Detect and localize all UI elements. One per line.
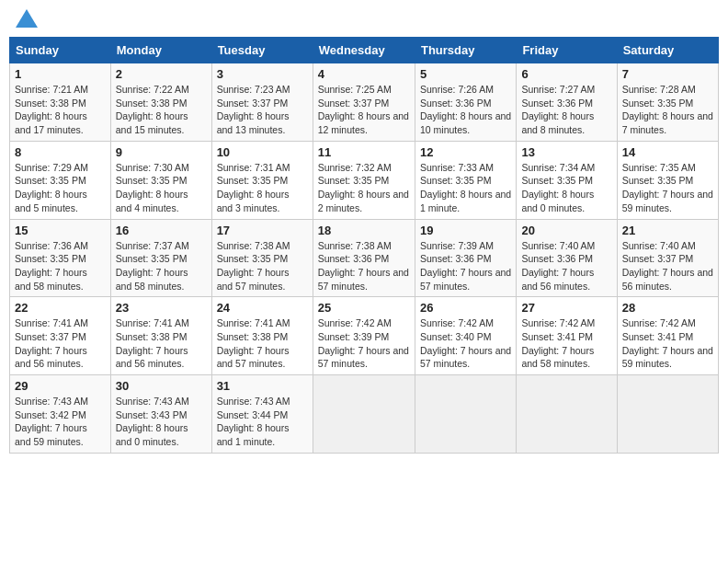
day-cell [617, 375, 718, 454]
day-number: 27 [521, 301, 611, 315]
day-info: Sunrise: 7:43 AMSunset: 3:44 PMDaylight:… [217, 395, 308, 449]
day-info: Sunrise: 7:27 AMSunset: 3:36 PMDaylight:… [521, 83, 611, 137]
day-number: 23 [116, 301, 207, 315]
week-row-1: 1Sunrise: 7:21 AMSunset: 3:38 PMDaylight… [10, 63, 719, 142]
day-cell: 14Sunrise: 7:35 AMSunset: 3:35 PMDayligh… [617, 141, 718, 219]
day-info: Sunrise: 7:41 AMSunset: 3:38 PMDaylight:… [217, 316, 308, 371]
day-info: Sunrise: 7:30 AMSunset: 3:35 PMDaylight:… [116, 161, 207, 215]
day-info: Sunrise: 7:33 AMSunset: 3:35 PMDaylight:… [420, 161, 511, 215]
day-cell: 6Sunrise: 7:27 AMSunset: 3:36 PMDaylight… [517, 63, 617, 142]
day-cell: 25Sunrise: 7:42 AMSunset: 3:39 PMDayligh… [313, 297, 415, 375]
day-info: Sunrise: 7:39 AMSunset: 3:36 PMDaylight:… [420, 239, 511, 293]
day-number: 29 [15, 379, 106, 393]
day-cell: 26Sunrise: 7:42 AMSunset: 3:40 PMDayligh… [415, 297, 516, 375]
day-cell: 3Sunrise: 7:23 AMSunset: 3:37 PMDaylight… [211, 63, 313, 142]
day-cell: 15Sunrise: 7:36 AMSunset: 3:35 PMDayligh… [10, 219, 111, 297]
day-info: Sunrise: 7:28 AMSunset: 3:35 PMDaylight:… [622, 83, 713, 137]
day-info: Sunrise: 7:40 AMSunset: 3:37 PMDaylight:… [622, 239, 713, 293]
day-number: 22 [15, 301, 106, 315]
day-info: Sunrise: 7:35 AMSunset: 3:35 PMDaylight:… [622, 161, 713, 215]
col-header-saturday: Saturday [617, 38, 718, 63]
svg-marker-0 [16, 9, 38, 28]
col-header-wednesday: Wednesday [313, 38, 415, 63]
day-number: 15 [15, 224, 106, 237]
day-cell: 10Sunrise: 7:31 AMSunset: 3:35 PMDayligh… [211, 141, 313, 219]
day-number: 18 [318, 224, 410, 237]
day-number: 25 [318, 301, 410, 315]
day-number: 28 [622, 301, 713, 315]
week-row-4: 22Sunrise: 7:41 AMSunset: 3:37 PMDayligh… [10, 297, 719, 375]
day-cell: 7Sunrise: 7:28 AMSunset: 3:35 PMDaylight… [617, 63, 718, 142]
day-info: Sunrise: 7:37 AMSunset: 3:35 PMDaylight:… [116, 239, 207, 293]
day-number: 8 [15, 145, 106, 159]
day-number: 10 [217, 145, 308, 159]
day-info: Sunrise: 7:32 AMSunset: 3:35 PMDaylight:… [318, 161, 410, 215]
page-header [9, 9, 719, 29]
day-number: 2 [116, 67, 207, 81]
logo [13, 9, 40, 29]
day-cell [313, 375, 415, 454]
day-info: Sunrise: 7:43 AMSunset: 3:43 PMDaylight:… [116, 395, 207, 449]
day-cell: 16Sunrise: 7:37 AMSunset: 3:35 PMDayligh… [110, 219, 211, 297]
day-number: 3 [217, 67, 308, 81]
day-cell: 4Sunrise: 7:25 AMSunset: 3:37 PMDaylight… [313, 63, 415, 142]
day-cell: 9Sunrise: 7:30 AMSunset: 3:35 PMDaylight… [110, 141, 211, 219]
col-header-friday: Friday [517, 38, 617, 63]
day-cell: 30Sunrise: 7:43 AMSunset: 3:43 PMDayligh… [110, 375, 211, 454]
day-info: Sunrise: 7:34 AMSunset: 3:35 PMDaylight:… [521, 161, 611, 215]
day-cell: 18Sunrise: 7:38 AMSunset: 3:36 PMDayligh… [313, 219, 415, 297]
day-cell: 27Sunrise: 7:42 AMSunset: 3:41 PMDayligh… [517, 297, 617, 375]
col-header-thursday: Thursday [415, 38, 516, 63]
day-number: 13 [521, 145, 611, 159]
day-info: Sunrise: 7:42 AMSunset: 3:41 PMDaylight:… [622, 316, 713, 371]
logo-icon [14, 7, 40, 33]
day-number: 1 [15, 67, 106, 81]
day-number: 14 [622, 145, 713, 159]
day-cell: 19Sunrise: 7:39 AMSunset: 3:36 PMDayligh… [415, 219, 516, 297]
day-info: Sunrise: 7:40 AMSunset: 3:36 PMDaylight:… [521, 239, 611, 293]
day-number: 4 [318, 67, 410, 81]
day-cell: 24Sunrise: 7:41 AMSunset: 3:38 PMDayligh… [211, 297, 313, 375]
day-info: Sunrise: 7:31 AMSunset: 3:35 PMDaylight:… [217, 161, 308, 215]
col-header-tuesday: Tuesday [211, 38, 313, 63]
day-info: Sunrise: 7:42 AMSunset: 3:39 PMDaylight:… [318, 316, 410, 371]
day-number: 30 [116, 379, 207, 393]
day-number: 17 [217, 224, 308, 237]
day-cell: 12Sunrise: 7:33 AMSunset: 3:35 PMDayligh… [415, 141, 516, 219]
day-info: Sunrise: 7:21 AMSunset: 3:38 PMDaylight:… [15, 83, 106, 137]
day-cell: 1Sunrise: 7:21 AMSunset: 3:38 PMDaylight… [10, 63, 111, 142]
day-info: Sunrise: 7:42 AMSunset: 3:41 PMDaylight:… [521, 316, 611, 371]
day-cell: 21Sunrise: 7:40 AMSunset: 3:37 PMDayligh… [617, 219, 718, 297]
day-number: 19 [420, 224, 511, 237]
day-cell: 23Sunrise: 7:41 AMSunset: 3:38 PMDayligh… [110, 297, 211, 375]
day-info: Sunrise: 7:22 AMSunset: 3:38 PMDaylight:… [116, 83, 207, 137]
day-cell: 31Sunrise: 7:43 AMSunset: 3:44 PMDayligh… [211, 375, 313, 454]
day-number: 9 [116, 145, 207, 159]
day-info: Sunrise: 7:36 AMSunset: 3:35 PMDaylight:… [15, 239, 106, 293]
day-cell: 2Sunrise: 7:22 AMSunset: 3:38 PMDaylight… [110, 63, 211, 142]
week-row-5: 29Sunrise: 7:43 AMSunset: 3:42 PMDayligh… [10, 375, 719, 454]
day-info: Sunrise: 7:38 AMSunset: 3:35 PMDaylight:… [217, 239, 308, 293]
day-number: 6 [521, 67, 611, 81]
week-row-3: 15Sunrise: 7:36 AMSunset: 3:35 PMDayligh… [10, 219, 719, 297]
day-info: Sunrise: 7:26 AMSunset: 3:36 PMDaylight:… [420, 83, 511, 137]
calendar-table: SundayMondayTuesdayWednesdayThursdayFrid… [9, 37, 719, 454]
day-cell [517, 375, 617, 454]
day-info: Sunrise: 7:38 AMSunset: 3:36 PMDaylight:… [318, 239, 410, 293]
day-cell: 17Sunrise: 7:38 AMSunset: 3:35 PMDayligh… [211, 219, 313, 297]
calendar-header-row: SundayMondayTuesdayWednesdayThursdayFrid… [10, 38, 719, 63]
day-number: 24 [217, 301, 308, 315]
day-cell: 5Sunrise: 7:26 AMSunset: 3:36 PMDaylight… [415, 63, 516, 142]
day-info: Sunrise: 7:41 AMSunset: 3:38 PMDaylight:… [116, 316, 207, 371]
col-header-monday: Monday [110, 38, 211, 63]
day-number: 12 [420, 145, 511, 159]
week-row-2: 8Sunrise: 7:29 AMSunset: 3:35 PMDaylight… [10, 141, 719, 219]
day-info: Sunrise: 7:29 AMSunset: 3:35 PMDaylight:… [15, 161, 106, 215]
day-cell: 11Sunrise: 7:32 AMSunset: 3:35 PMDayligh… [313, 141, 415, 219]
day-cell: 22Sunrise: 7:41 AMSunset: 3:37 PMDayligh… [10, 297, 111, 375]
day-info: Sunrise: 7:42 AMSunset: 3:40 PMDaylight:… [420, 316, 511, 371]
day-number: 21 [622, 224, 713, 237]
day-info: Sunrise: 7:23 AMSunset: 3:37 PMDaylight:… [217, 83, 308, 137]
day-number: 7 [622, 67, 713, 81]
day-number: 16 [116, 224, 207, 237]
